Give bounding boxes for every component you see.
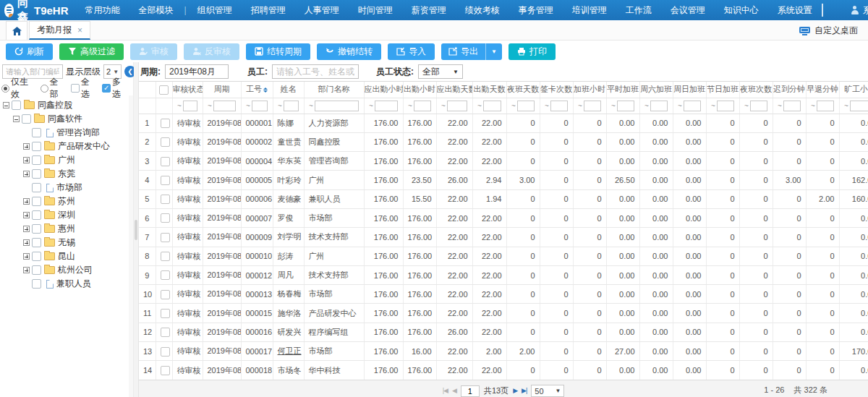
current-user-menu[interactable]: 系统管理员 ▼ <box>842 4 868 17</box>
table-row[interactable]: 14待审核2019年08月000018市场冬华中科技176.00176.0022… <box>139 361 868 380</box>
menu-item-9[interactable]: 培训管理 <box>563 0 616 20</box>
column-filter-input[interactable] <box>584 101 601 111</box>
column-header-10[interactable]: 签卡次数 <box>540 82 573 98</box>
menu-item-1[interactable]: 全部模块 <box>129 0 183 20</box>
checkbox-icon[interactable] <box>161 309 170 318</box>
column-header-16[interactable]: 夜班次数 <box>739 82 773 98</box>
checkbox-icon[interactable] <box>161 270 170 280</box>
checkbox-icon[interactable] <box>32 279 41 289</box>
column-header-3[interactable]: 姓名 <box>273 82 304 98</box>
tree-node-11[interactable]: 昆山 <box>0 249 133 263</box>
column-header-17[interactable]: 迟到分钟 <box>773 82 806 98</box>
column-filter-input[interactable] <box>213 101 236 111</box>
menu-item-2[interactable]: 组织管理 <box>188 0 242 20</box>
export-dropdown-caret[interactable]: ▼ <box>485 43 502 60</box>
sort-icon[interactable] <box>263 85 268 95</box>
column-header-5[interactable]: 应出勤小时 <box>364 82 403 98</box>
table-row[interactable]: 2待审核2019年08月000002童世贵同鑫控股176.00176.0022.… <box>139 132 868 151</box>
column-filter-input[interactable] <box>375 101 398 111</box>
tree-node-6[interactable]: 市场部 <box>0 181 133 195</box>
expand-icon[interactable] <box>23 226 30 232</box>
checkbox-icon[interactable] <box>161 137 170 147</box>
expand-icon[interactable] <box>23 171 30 177</box>
column-header-0[interactable]: 审核状态 <box>172 82 203 98</box>
period-input[interactable] <box>165 64 229 79</box>
advanced-filter-button[interactable]: 高级过滤 <box>59 43 124 60</box>
menu-item-5[interactable]: 时间管理 <box>349 0 402 20</box>
column-header-11[interactable]: 加班小时 <box>573 82 606 98</box>
audit-button[interactable]: 审核 <box>130 43 177 60</box>
column-header-7[interactable]: 应出勤天数 <box>436 82 472 98</box>
column-header-9[interactable]: 夜班天数 <box>506 82 540 98</box>
column-header-4[interactable]: 部门名称 <box>304 82 364 98</box>
checkbox-icon[interactable] <box>32 155 41 165</box>
expand-icon[interactable] <box>23 212 30 218</box>
menu-item-0[interactable]: 常用功能 <box>76 0 129 20</box>
table-row[interactable]: 11待审核2019年08月000015施华洛产品研发中心176.00176.00… <box>139 304 868 323</box>
column-filter-input[interactable] <box>684 101 701 111</box>
checkbox-icon[interactable] <box>161 157 170 166</box>
tree-node-5[interactable]: 东莞 <box>0 167 133 181</box>
menu-item-8[interactable]: 事务管理 <box>509 0 563 20</box>
page-number-input[interactable] <box>461 385 480 397</box>
column-header-14[interactable]: 周日加班 <box>673 82 706 98</box>
column-filter-input[interactable] <box>414 101 431 111</box>
carryover-period-button[interactable]: 结转周期 <box>246 43 310 60</box>
row-select-cell[interactable] <box>156 189 172 208</box>
column-filter-input[interactable] <box>817 101 834 111</box>
checkbox-icon[interactable] <box>161 252 170 261</box>
last-page-icon[interactable]: ▶| <box>522 388 527 394</box>
employee-status-select[interactable]: 全部 ▼ <box>418 64 463 79</box>
row-select-cell[interactable] <box>156 171 172 189</box>
column-filter-input[interactable] <box>850 101 868 111</box>
checkbox-icon[interactable] <box>161 347 170 357</box>
column-filter-input[interactable] <box>517 101 535 111</box>
undo-carryover-button[interactable]: 撤销结转 <box>317 43 381 60</box>
checkbox-icon[interactable] <box>32 265 41 275</box>
row-select-cell[interactable] <box>156 247 172 265</box>
checkbox-icon[interactable] <box>32 197 41 206</box>
table-row[interactable]: 7待审核2019年08月000009刘学明技术支持部176.00176.0022… <box>139 228 868 247</box>
checkbox-icon[interactable] <box>12 101 21 110</box>
tree-node-9[interactable]: 惠州 <box>0 222 133 236</box>
export-button[interactable]: 导出 ▼ <box>441 43 502 60</box>
menu-item-12[interactable]: 知识中心 <box>715 0 768 20</box>
checkbox-icon[interactable] <box>32 252 41 261</box>
tree-node-3[interactable]: 产品研发中心 <box>0 140 133 153</box>
table-row[interactable]: 10待审核2019年08月000013杨春梅市场部176.00176.0022.… <box>139 285 868 304</box>
tree-node-13[interactable]: 兼职人员 <box>0 277 133 291</box>
tree-node-10[interactable]: 无锡 <box>0 236 133 249</box>
checkbox-icon[interactable] <box>32 224 41 234</box>
checkbox-icon[interactable] <box>161 176 170 185</box>
print-button[interactable]: 打印 <box>509 43 556 60</box>
column-filter-input[interactable] <box>315 101 359 111</box>
expand-icon[interactable] <box>23 143 30 150</box>
column-filter-input[interactable] <box>447 101 467 111</box>
table-row[interactable]: 4待审核2019年08月000005叶彩玲广州176.0023.5026.002… <box>139 171 868 189</box>
tree-node-12[interactable]: 杭州公司 <box>0 263 133 277</box>
row-select-cell[interactable] <box>156 342 172 361</box>
tree-node-2[interactable]: 管理咨询部 <box>0 126 133 140</box>
prev-page-icon[interactable]: ◀ <box>452 388 456 394</box>
close-icon[interactable]: × <box>77 25 82 35</box>
row-select-cell[interactable] <box>156 304 172 323</box>
checkbox-icon[interactable] <box>159 85 169 95</box>
table-row[interactable]: 6待审核2019年08月000007罗俊市场部176.00176.0022.00… <box>139 208 868 227</box>
tree-node-1[interactable]: 同鑫软件 <box>0 112 133 126</box>
row-select-cell[interactable] <box>156 285 172 304</box>
table-row[interactable]: 5待审核2019年08月000006麦德豪兼职人员176.0015.5022.0… <box>139 189 868 208</box>
custom-desktop-button[interactable]: 自定义桌面 <box>799 25 858 37</box>
checkbox-icon[interactable] <box>161 328 170 337</box>
expand-icon[interactable] <box>23 157 30 163</box>
row-select-cell[interactable] <box>156 228 172 247</box>
checkbox-icon[interactable] <box>32 128 41 137</box>
checkbox-icon[interactable] <box>161 366 170 375</box>
row-select-cell[interactable] <box>156 361 172 380</box>
menu-item-7[interactable]: 绩效考核 <box>456 0 509 20</box>
home-tab[interactable] <box>6 21 27 40</box>
sidebar-splitter[interactable] <box>134 62 139 397</box>
expand-icon[interactable] <box>23 253 30 260</box>
collapse-icon[interactable] <box>13 116 20 122</box>
column-filter-input[interactable] <box>783 101 801 111</box>
checkbox-icon[interactable] <box>32 210 41 220</box>
